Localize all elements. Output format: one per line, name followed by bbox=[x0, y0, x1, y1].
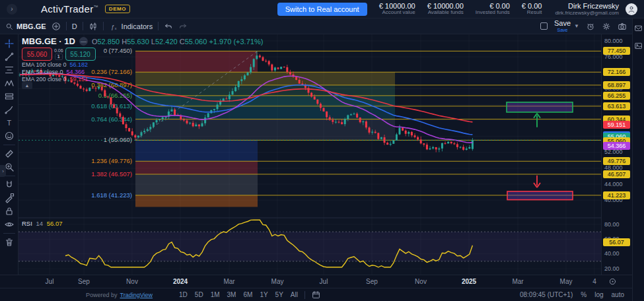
percent-scale-button[interactable]: % bbox=[581, 291, 587, 298]
sidebar-expand-button[interactable]: › bbox=[7, 4, 17, 15]
rsi-axis-label: 20.00 bbox=[604, 265, 620, 273]
function-icon: ƒx bbox=[109, 22, 118, 31]
scroll-to-latest-icon[interactable] bbox=[608, 277, 617, 286]
tool-measure[interactable] bbox=[2, 147, 17, 160]
log-scale-button[interactable]: log bbox=[594, 291, 603, 298]
time-axis[interactable]: JulSepNov2024MarMayJulSepNov2025MarMay4 bbox=[0, 275, 632, 288]
auto-scale-button[interactable]: auto bbox=[612, 291, 624, 298]
rsi-value-badge: 56.07 bbox=[603, 238, 630, 246]
add-symbol-button[interactable] bbox=[52, 22, 61, 31]
candle-body bbox=[113, 104, 115, 108]
range-3m[interactable]: 3M bbox=[227, 291, 236, 298]
candle-body bbox=[244, 75, 246, 79]
svg-text:x: x bbox=[114, 26, 116, 30]
candle-body bbox=[399, 127, 401, 134]
price-axis-badge: 59.151 bbox=[603, 121, 630, 129]
tool-emoji[interactable] bbox=[2, 129, 17, 143]
candle-body bbox=[134, 135, 136, 137]
candle-body bbox=[131, 131, 133, 135]
go-to-date-icon[interactable] bbox=[312, 290, 320, 299]
tool-text[interactable]: T bbox=[2, 116, 17, 129]
layout-button[interactable] bbox=[540, 22, 548, 30]
candle-body bbox=[347, 115, 349, 119]
indicators-button[interactable]: ƒx Indicators bbox=[109, 22, 153, 31]
collapse-legend-icon[interactable]: — bbox=[79, 37, 88, 46]
candle-body bbox=[417, 137, 419, 140]
bottom-bar: Powered by TradingView 1D 5D 1M 3M 6M 1Y… bbox=[0, 288, 632, 301]
user-email: dirk.friczewsky@gmail.com bbox=[555, 10, 619, 16]
candle-body bbox=[405, 131, 407, 134]
candle-body bbox=[377, 133, 379, 139]
tool-crosshair[interactable] bbox=[2, 37, 17, 50]
snapshot-button[interactable] bbox=[618, 22, 627, 31]
sell-button[interactable]: 55.060 bbox=[22, 48, 52, 61]
price-axis[interactable]: 80.00076.00068.00052.00048.00044.00040.0… bbox=[601, 34, 632, 275]
range-5d[interactable]: 5D bbox=[195, 291, 203, 298]
switch-to-real-account-button[interactable]: Switch to Real account bbox=[277, 3, 367, 16]
fib-band bbox=[135, 174, 258, 195]
candle-body bbox=[332, 120, 334, 122]
fib-band bbox=[135, 119, 395, 141]
rsi-axis-label: 80.00 bbox=[604, 221, 620, 228]
news-image-icon[interactable] bbox=[634, 42, 643, 50]
alert-button[interactable] bbox=[586, 22, 595, 31]
undo-button[interactable] bbox=[164, 22, 173, 31]
annotation-down-arrow bbox=[534, 176, 540, 187]
candle-body bbox=[238, 81, 240, 87]
tradingview-link[interactable]: TradingView bbox=[120, 292, 153, 298]
candle-body bbox=[83, 88, 85, 89]
candle-body bbox=[472, 140, 474, 149]
candle-body bbox=[128, 128, 130, 131]
tool-xabcd-pattern[interactable] bbox=[2, 77, 17, 90]
save-layout-button[interactable]: Save Save ▼ bbox=[554, 20, 579, 32]
symbol-search[interactable]: MBG.GE bbox=[5, 22, 46, 30]
clock-label: 08:09:45 (UTC+1) bbox=[520, 291, 573, 298]
tool-drawing-lock[interactable] bbox=[2, 191, 17, 205]
trademark: ™ bbox=[93, 5, 98, 9]
candle-body bbox=[116, 108, 118, 113]
user-avatar[interactable] bbox=[626, 3, 637, 15]
candle-body bbox=[438, 149, 440, 149]
candlestick-icon bbox=[89, 22, 98, 31]
price-axis-label: 52.000 bbox=[604, 149, 623, 156]
candle-body bbox=[423, 143, 425, 145]
range-5y[interactable]: 5Y bbox=[275, 291, 283, 298]
trading-app: › ActivTrader™ DEMO Switch to Real accou… bbox=[0, 0, 644, 301]
range-1y[interactable]: 1Y bbox=[260, 291, 268, 298]
range-6m[interactable]: 6M bbox=[243, 291, 252, 298]
chart-area[interactable]: 0 (77.450)0.236 (72.166)0.382 (68.897)0.… bbox=[18, 34, 601, 275]
time-axis-label: Mar bbox=[223, 278, 234, 285]
left-panel-expander[interactable]: › bbox=[0, 165, 6, 177]
tool-trend-line[interactable] bbox=[2, 50, 17, 63]
candle-body bbox=[283, 67, 285, 67]
candle-body bbox=[362, 121, 364, 122]
chart-style-button[interactable] bbox=[89, 22, 98, 31]
legend-collapse-button[interactable]: ▲ bbox=[22, 82, 32, 89]
tool-hide-all[interactable] bbox=[2, 218, 17, 231]
tool-magnet[interactable] bbox=[2, 178, 17, 191]
stat-account-value: € 10000.00Account value bbox=[379, 2, 415, 16]
candle-body bbox=[447, 142, 449, 144]
redo-button[interactable] bbox=[178, 22, 188, 31]
quantity-field[interactable]: 1 bbox=[55, 53, 63, 60]
candle-body bbox=[329, 117, 331, 120]
tool-remove-all[interactable] bbox=[2, 236, 17, 249]
range-1m[interactable]: 1M bbox=[211, 291, 220, 298]
tool-brush[interactable] bbox=[2, 103, 17, 116]
range-all[interactable]: All bbox=[291, 291, 298, 298]
candle-body bbox=[80, 86, 82, 88]
candle-body bbox=[429, 149, 431, 149]
price-chart-canvas[interactable]: 0 (77.450)0.236 (72.166)0.382 (68.897)0.… bbox=[18, 34, 601, 275]
buy-button[interactable]: 55.120 bbox=[65, 48, 96, 61]
candle-body bbox=[344, 119, 346, 124]
tool-lock-all[interactable] bbox=[2, 205, 17, 218]
candle-body bbox=[183, 119, 185, 120]
settings-button[interactable] bbox=[602, 22, 611, 31]
timeframe-button[interactable]: D bbox=[72, 22, 77, 30]
messages-icon[interactable] bbox=[634, 24, 643, 32]
tool-long-position[interactable] bbox=[2, 90, 17, 103]
tool-fib-retracement[interactable] bbox=[2, 63, 17, 77]
svg-text:ƒ: ƒ bbox=[110, 22, 114, 30]
candle-body bbox=[408, 132, 410, 134]
range-1d[interactable]: 1D bbox=[179, 291, 188, 298]
